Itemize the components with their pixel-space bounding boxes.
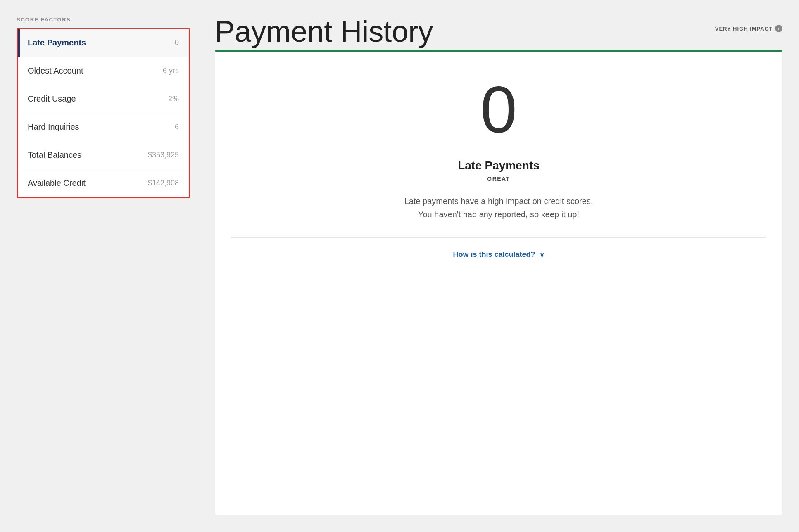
score-item-label-hard-inquiries: Hard Inquiries bbox=[28, 122, 79, 132]
divider bbox=[231, 238, 766, 238]
score-item-label-oldest-account: Oldest Account bbox=[28, 66, 83, 76]
score-item-label-total-balances: Total Balances bbox=[28, 150, 81, 160]
score-factors-label: SCORE FACTORS bbox=[17, 17, 190, 23]
score-item-label-credit-usage: Credit Usage bbox=[28, 94, 76, 104]
score-item-value-available-credit: $142,908 bbox=[148, 179, 179, 188]
impact-badge: VERY HIGH IMPACT i bbox=[715, 25, 782, 32]
card-status-badge: GREAT bbox=[487, 176, 510, 182]
score-item-label-available-credit: Available Credit bbox=[28, 178, 86, 188]
score-item-value-total-balances: $353,925 bbox=[148, 151, 179, 159]
card-description-line2: You haven't had any reported, so keep it… bbox=[418, 210, 579, 219]
card-title: Late Payments bbox=[458, 159, 540, 172]
main-card: 0 Late Payments GREAT Late payments have… bbox=[215, 52, 782, 515]
score-factors-box: Late Payments 0 Oldest Account 6 yrs Cre… bbox=[17, 28, 190, 198]
late-payments-count: 0 bbox=[480, 76, 517, 142]
left-panel: SCORE FACTORS Late Payments 0 Oldest Acc… bbox=[17, 17, 190, 515]
right-panel: Payment History VERY HIGH IMPACT i 0 Lat… bbox=[215, 17, 782, 515]
score-item-value-oldest-account: 6 yrs bbox=[163, 66, 179, 75]
score-item-credit-usage[interactable]: Credit Usage 2% bbox=[18, 85, 189, 113]
chevron-down-icon: ∨ bbox=[540, 251, 545, 259]
card-description: Late payments have a high impact on cred… bbox=[404, 195, 593, 221]
score-item-available-credit[interactable]: Available Credit $142,908 bbox=[18, 169, 189, 197]
score-item-value-credit-usage: 2% bbox=[168, 95, 179, 103]
page-title: Payment History bbox=[215, 17, 433, 46]
score-item-total-balances[interactable]: Total Balances $353,925 bbox=[18, 141, 189, 169]
page-header: Payment History VERY HIGH IMPACT i bbox=[215, 17, 782, 46]
info-icon[interactable]: i bbox=[775, 25, 782, 32]
score-item-hard-inquiries[interactable]: Hard Inquiries 6 bbox=[18, 113, 189, 141]
how-calculated-label: How is this calculated? bbox=[453, 250, 535, 259]
score-item-label-late-payments: Late Payments bbox=[28, 38, 86, 48]
score-item-value-late-payments: 0 bbox=[175, 38, 179, 47]
impact-label: VERY HIGH IMPACT bbox=[715, 26, 773, 32]
score-item-oldest-account[interactable]: Oldest Account 6 yrs bbox=[18, 57, 189, 85]
score-item-value-hard-inquiries: 6 bbox=[175, 123, 179, 131]
how-calculated-link[interactable]: How is this calculated? ∨ bbox=[453, 250, 544, 259]
card-description-line1: Late payments have a high impact on cred… bbox=[404, 197, 593, 206]
score-item-late-payments[interactable]: Late Payments 0 bbox=[18, 29, 189, 57]
